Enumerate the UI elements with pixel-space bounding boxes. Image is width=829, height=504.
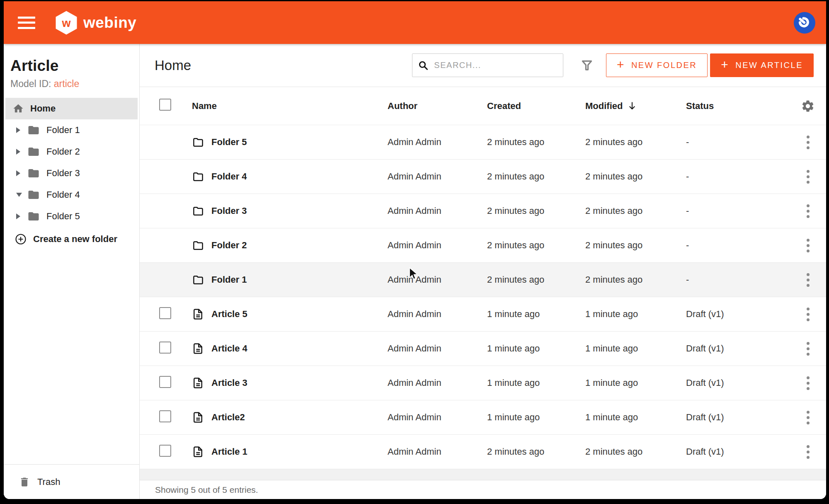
create-folder-button[interactable]: Create a new folder <box>5 227 138 251</box>
table-row-article-2[interactable]: Article2 Admin Admin 1 minute ago 1 minu… <box>140 400 826 435</box>
document-icon <box>192 342 204 355</box>
caret-right-icon[interactable] <box>16 170 27 176</box>
folder-outline-icon <box>192 170 204 183</box>
sidebar-item-folder-2[interactable]: Folder 2 <box>5 141 138 162</box>
table-row-article-5[interactable]: Article 5 Admin Admin 1 minute ago 1 min… <box>140 297 826 332</box>
row-created: 2 minutes ago <box>487 171 585 182</box>
folder-icon <box>27 124 40 136</box>
row-name: Article 3 <box>211 378 247 388</box>
svg-text:w: w <box>61 17 71 29</box>
filter-button[interactable] <box>580 58 594 73</box>
table-row-article-1[interactable]: Article 1 Admin Admin 2 minutes ago 2 mi… <box>140 435 826 469</box>
folder-label: Folder 2 <box>46 146 80 157</box>
table-end-band <box>140 469 826 480</box>
column-header-created[interactable]: Created <box>487 101 585 111</box>
sidebar-item-folder-5[interactable]: Folder 5 <box>5 206 138 227</box>
table-row-folder-1[interactable]: Folder 1 Admin Admin 2 minutes ago 2 min… <box>140 263 826 297</box>
kebab-menu-icon[interactable] <box>804 374 812 393</box>
table-header: Name Author Created Modified Status <box>140 87 826 125</box>
folder-icon <box>27 189 40 201</box>
row-author: Admin Admin <box>388 446 487 457</box>
new-folder-button[interactable]: + NEW FOLDER <box>606 53 708 77</box>
entries-count: Showing 5 out of 5 entries. <box>140 480 826 499</box>
column-header-status[interactable]: Status <box>686 101 790 111</box>
sidebar-item-folder-3[interactable]: Folder 3 <box>5 162 138 184</box>
row-name: Article 4 <box>211 343 247 354</box>
kebab-menu-icon[interactable] <box>804 167 812 186</box>
kebab-menu-icon[interactable] <box>804 133 812 152</box>
user-avatar[interactable] <box>794 12 815 34</box>
kebab-menu-icon[interactable] <box>804 202 812 220</box>
row-author: Admin Admin <box>388 309 487 320</box>
select-all-cell <box>140 99 192 113</box>
table-row-article-3[interactable]: Article 3 Admin Admin 1 minute ago 1 min… <box>140 366 826 400</box>
gear-icon[interactable] <box>801 99 815 113</box>
kebab-menu-icon[interactable] <box>804 408 812 427</box>
search-box[interactable] <box>412 53 563 77</box>
row-checkbox[interactable] <box>159 342 171 354</box>
folder-label: Folder 4 <box>46 189 80 200</box>
caret-right-icon[interactable] <box>16 127 27 133</box>
table-row-folder-2[interactable]: Folder 2 Admin Admin 2 minutes ago 2 min… <box>140 228 826 263</box>
trash-button[interactable]: Trash <box>4 464 139 499</box>
row-created: 1 minute ago <box>487 309 585 320</box>
document-icon <box>192 308 204 320</box>
folder-outline-icon <box>192 136 204 148</box>
row-name: Folder 1 <box>211 274 247 285</box>
kebab-menu-icon[interactable] <box>804 305 812 324</box>
model-id-label: Model ID: <box>10 78 51 89</box>
row-name: Article2 <box>211 412 245 423</box>
plus-icon: + <box>617 58 625 71</box>
row-created: 2 minutes ago <box>487 274 585 285</box>
table-body: Folder 5 Admin Admin 2 minutes ago 2 min… <box>140 125 826 469</box>
kebab-menu-icon[interactable] <box>804 236 812 255</box>
content-header: Home + NEW FOLDER <box>140 44 826 87</box>
search-input[interactable] <box>434 61 558 70</box>
table-row-article-4[interactable]: Article 4 Admin Admin 1 minute ago 1 min… <box>140 332 826 366</box>
sidebar-item-home[interactable]: Home <box>5 98 138 119</box>
row-status: - <box>686 171 790 182</box>
kebab-menu-icon[interactable] <box>804 443 812 461</box>
row-checkbox[interactable] <box>159 376 171 388</box>
hamburger-menu-icon[interactable] <box>18 17 35 29</box>
new-article-button[interactable]: + NEW ARTICLE <box>710 53 814 77</box>
sidebar-item-folder-4[interactable]: Folder 4 <box>5 184 138 206</box>
row-checkbox[interactable] <box>159 307 171 319</box>
row-status: - <box>686 206 790 216</box>
column-header-modified[interactable]: Modified <box>585 101 686 111</box>
table-row-folder-3[interactable]: Folder 3 Admin Admin 2 minutes ago 2 min… <box>140 194 826 228</box>
table-row-folder-4[interactable]: Folder 4 Admin Admin 2 minutes ago 2 min… <box>140 160 826 194</box>
page-body: Article Model ID: article Home <box>4 44 826 499</box>
row-modified: 2 minutes ago <box>585 171 686 182</box>
app-bar: w webiny <box>4 1 826 44</box>
table-row-folder-5[interactable]: Folder 5 Admin Admin 2 minutes ago 2 min… <box>140 125 826 160</box>
main-content: Home + NEW FOLDER <box>140 44 826 499</box>
brand-text: webiny <box>83 14 136 32</box>
sidebar-item-folder-1[interactable]: Folder 1 <box>5 119 138 141</box>
select-all-checkbox[interactable] <box>159 99 171 111</box>
row-author: Admin Admin <box>388 378 487 388</box>
caret-right-icon[interactable] <box>16 149 27 155</box>
column-header-author[interactable]: Author <box>388 101 487 111</box>
row-checkbox[interactable] <box>159 410 171 422</box>
row-author: Admin Admin <box>388 171 487 182</box>
kebab-menu-icon[interactable] <box>804 271 812 289</box>
row-status: Draft (v1) <box>686 378 790 388</box>
model-id: Model ID: article <box>10 78 133 90</box>
kebab-menu-icon[interactable] <box>804 339 812 358</box>
row-name: Article 1 <box>211 446 247 457</box>
row-name: Folder 2 <box>211 240 247 251</box>
row-name: Folder 5 <box>211 137 247 148</box>
caret-down-icon[interactable] <box>16 193 27 197</box>
new-article-label: NEW ARTICLE <box>735 61 803 70</box>
home-icon <box>12 103 24 114</box>
webiny-logo[interactable]: w webiny <box>55 10 136 35</box>
column-header-name[interactable]: Name <box>192 101 388 111</box>
row-name: Article 5 <box>211 309 247 320</box>
row-created: 2 minutes ago <box>487 206 585 216</box>
model-title: Article <box>10 57 133 75</box>
webiny-hexagon-icon: w <box>55 10 78 35</box>
caret-right-icon[interactable] <box>16 213 27 219</box>
table-settings-cell <box>790 99 826 113</box>
row-checkbox[interactable] <box>159 445 171 457</box>
